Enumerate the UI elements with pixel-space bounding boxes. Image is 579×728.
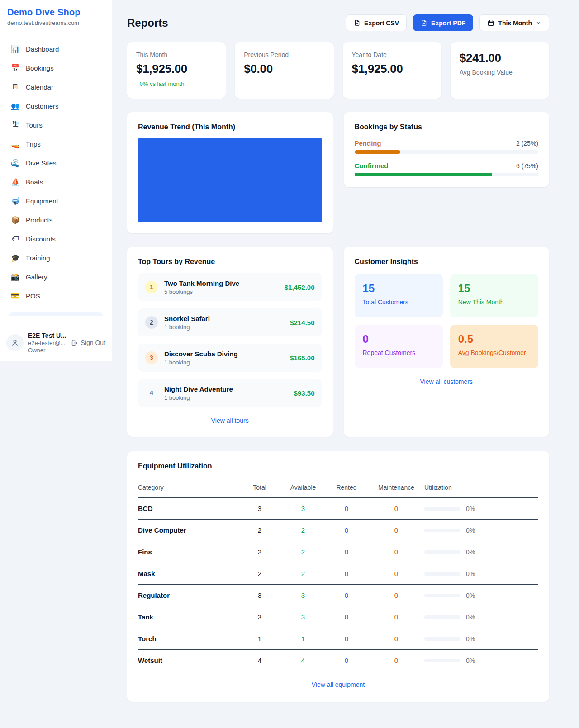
sidebar-item-tours[interactable]: 🏝 Tours [5,115,106,134]
calendar-icon: 🗓 [11,83,20,91]
utilization-bar [424,507,460,511]
tile-avg-bookings-customer: 0.5 Avg Bookings/Customer [450,325,538,368]
table-row: Mask 2 2 0 0 0% [138,563,538,585]
tile-label: Total Customers [363,298,435,306]
status-label: Confirmed [355,162,389,170]
status-count: 2 (25%) [516,140,538,147]
stat-delta: +0% vs last month [136,80,217,87]
view-all-customers-link[interactable]: View all customers [355,378,539,385]
export-csv-button[interactable]: Export CSV [346,14,407,31]
sidebar-item-label: Tours [26,121,43,129]
customer-insights-card: Customer Insights 15 Total Customers 15 … [344,247,550,437]
rank-badge: 3 [145,351,158,364]
tour-row[interactable]: 2 Snorkel Safari 1 booking $214.50 [138,308,322,336]
bookings-icon: 📅 [11,64,20,72]
discounts-icon: 🏷 [11,235,20,243]
sidebar-item-products[interactable]: 📦 Products [5,210,106,229]
sign-out-icon [71,339,78,347]
sidebar-item-label: Gallery [26,273,47,281]
tour-name: Snorkel Safari [164,315,284,322]
sidebar-item-pos[interactable]: 💳 POS [5,286,106,305]
training-icon: 🎓 [11,254,20,262]
sidebar-item-label: Calendar [26,83,53,91]
tour-row[interactable]: 1 Two Tank Morning Dive 5 bookings $1,45… [138,273,322,301]
stats-row: This Month $1,925.00 +0% vs last month P… [127,42,549,99]
bookings-by-status-card: Bookings by Status Pending 2 (25%) Confi… [344,112,550,187]
stat-value: $1,925.00 [352,62,432,76]
sidebar-item-label: Training [26,254,50,262]
bookings-by-status-title: Bookings by Status [355,123,539,131]
sidebar-item-discounts[interactable]: 🏷 Discounts [5,229,106,248]
tile-label: Avg Bookings/Customer [458,349,530,356]
view-all-tours-link[interactable]: View all tours [138,417,322,424]
file-download-icon [421,19,427,26]
sidebar-item-trips[interactable]: 🚤 Trips [5,134,106,153]
top-tours-title: Top Tours by Revenue [138,258,322,266]
file-download-icon [354,19,361,26]
utilization-bar [424,529,460,532]
tour-amount: $214.50 [290,319,314,326]
stat-card-avg-booking-value: $241.00 Avg Booking Value [451,42,549,99]
sidebar-item-label: Discounts [26,235,56,243]
sidebar-item-gallery[interactable]: 📸 Gallery [5,267,106,286]
table-header-row: Category Total Available Rented Maintena… [138,479,538,498]
utilization-bar [424,637,460,641]
sidebar-item-boats[interactable]: ⛵ Boats [5,172,106,191]
status-progress-track [355,150,539,154]
sidebar-item-equipment[interactable]: 🤿 Equipment [5,191,106,210]
stat-label: This Month [136,51,217,58]
sidebar-nav: 📊 Dashboard 📅 Bookings 🗓 Calendar 👥 Cust… [0,33,112,326]
tour-row[interactable]: 3 Discover Scuba Diving 1 booking $165.0… [138,344,322,372]
utilization-bar [424,659,460,662]
customer-insights-title: Customer Insights [355,258,539,266]
sidebar-item-label: POS [26,292,40,300]
tile-value: 0.5 [458,333,530,345]
sidebar-item-label: Boats [26,178,43,186]
chevron-down-icon [536,20,541,26]
equipment-table: Category Total Available Rented Maintena… [138,479,538,671]
stat-value: $1,925.00 [136,62,217,76]
utilization-bar [424,615,460,619]
tile-value: 0 [363,333,435,345]
sidebar-item-label: Equipment [26,197,58,205]
sidebar-item-reports-active[interactable] [9,312,103,316]
utilization-bar [424,550,460,554]
col-rented: Rented [325,479,368,498]
col-available: Available [281,479,325,498]
sidebar-item-customers[interactable]: 👥 Customers [5,96,106,115]
sidebar-item-dashboard[interactable]: 📊 Dashboard [5,39,106,58]
stat-value: $0.00 [244,62,324,76]
sidebar-item-training[interactable]: 🎓 Training [5,248,106,267]
trips-icon: 🚤 [11,140,20,148]
export-pdf-button[interactable]: Export PDF [413,14,473,31]
tours-icon: 🏝 [11,121,20,129]
sidebar-item-calendar[interactable]: 🗓 Calendar [5,77,106,96]
sidebar-user: E2E Test U... e2e-tester@... Owner Sign … [0,326,112,361]
tour-bookings: 5 bookings [164,288,278,295]
equipment-icon: 🤿 [11,197,20,205]
tour-row[interactable]: 4 Night Dive Adventure 1 booking $93.50 [138,379,322,407]
tour-bookings: 1 booking [164,394,288,401]
status-row-confirmed: Confirmed 6 (75%) [355,162,539,176]
stat-card-year-to-date: Year to Date $1,925.00 [343,42,441,99]
sign-out-button[interactable]: Sign Out [71,339,105,347]
sidebar-item-label: Bookings [26,64,54,72]
tour-bookings: 1 booking [164,324,284,331]
view-all-equipment-link[interactable]: View all equipment [138,681,538,688]
sidebar-item-bookings[interactable]: 📅 Bookings [5,58,106,77]
stat-label: Previous Period [244,51,324,58]
rank-badge: 1 [145,281,158,293]
utilization-bar [424,594,460,597]
tour-name: Discover Scuba Diving [164,350,284,358]
status-label: Pending [355,139,381,147]
period-dropdown[interactable]: This Month [479,14,549,31]
sidebar-item-label: Customers [26,102,59,110]
status-progress-track [355,173,539,176]
table-row: Tank 3 3 0 0 0% [138,606,538,628]
status-count: 6 (75%) [516,162,538,170]
user-role: Owner [28,347,66,354]
sidebar-item-dive-sites[interactable]: 🌊 Dive Sites [5,153,106,172]
status-row-pending: Pending 2 (25%) [355,139,539,154]
rank-badge: 4 [145,387,158,399]
tour-amount: $1,452.00 [285,284,315,291]
